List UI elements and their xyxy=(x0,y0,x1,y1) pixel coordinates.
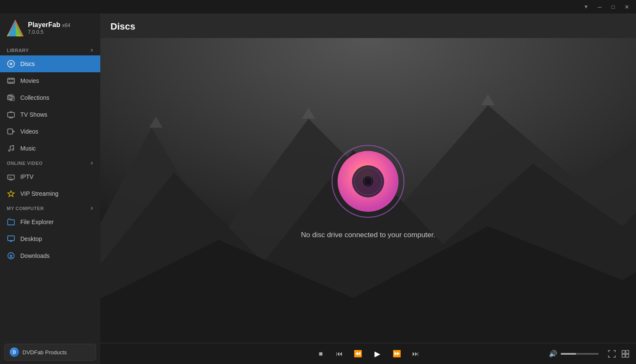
app-logo-area: PlayerFab x64 7.0.0.5 xyxy=(0,14,100,44)
page-header: Discs xyxy=(100,14,636,38)
window-controls: ▼ ─ □ ✕ xyxy=(584,3,633,11)
play-pause-button[interactable]: ▶ xyxy=(371,347,384,361)
sidebar-item-tv-shows[interactable]: TV Shows xyxy=(0,106,100,123)
svg-marker-31 xyxy=(8,191,14,197)
tv-shows-label: TV Shows xyxy=(20,111,47,118)
sidebar-item-collections[interactable]: Collections xyxy=(0,89,100,106)
app-name-version: PlayerFab x64 7.0.0.5 xyxy=(28,21,70,35)
stop-button[interactable]: ■ xyxy=(315,348,327,360)
iptv-label: IPTV xyxy=(20,173,33,180)
collections-icon xyxy=(7,93,15,102)
main-layout: PlayerFab x64 7.0.0.5 Library ∧ Discs xyxy=(0,14,636,364)
sidebar-item-music[interactable]: Music xyxy=(0,140,100,157)
svg-rect-19 xyxy=(8,112,14,117)
library-label: Library xyxy=(7,48,29,53)
desktop-label: Desktop xyxy=(20,235,42,242)
svg-rect-24 xyxy=(8,129,13,134)
sidebar-item-videos[interactable]: Videos xyxy=(0,123,100,140)
titlebar: ▼ ─ □ ✕ xyxy=(0,0,636,14)
sidebar: PlayerFab x64 7.0.0.5 Library ∧ Discs xyxy=(0,14,100,364)
svg-rect-55 xyxy=(622,354,625,357)
dvdfab-products-button[interactable]: D DVDFab Products xyxy=(4,344,96,361)
minimize-button[interactable]: ─ xyxy=(594,3,606,11)
downloads-icon xyxy=(7,252,15,260)
svg-point-51 xyxy=(391,188,393,190)
forward-button[interactable]: ⏩ xyxy=(391,348,403,360)
vip-streaming-label: VIP Streaming xyxy=(20,190,58,197)
online-video-label: ONLINE VIDEO xyxy=(7,161,43,166)
svg-marker-3 xyxy=(8,20,16,36)
svg-rect-32 xyxy=(8,236,14,241)
disc-icon xyxy=(7,60,15,68)
file-explorer-icon xyxy=(7,218,15,226)
music-label: Music xyxy=(20,145,36,152)
svg-point-6 xyxy=(11,63,11,64)
player-right-controls: 🔊 xyxy=(549,350,629,358)
collections-label: Collections xyxy=(20,94,49,101)
app-logo-icon xyxy=(7,19,24,36)
iptv-icon: TV xyxy=(7,172,15,181)
player-bar-inner: ■ ⏮ ⏪ ▶ ⏩ ⏭ 🔊 xyxy=(107,350,629,358)
file-explorer-label: File Explorer xyxy=(20,219,54,225)
svg-rect-54 xyxy=(626,350,629,353)
dvdfab-label: DVDFab Products xyxy=(22,349,67,356)
next-button[interactable]: ⏭ xyxy=(410,348,421,360)
volume-slider[interactable] xyxy=(561,353,599,355)
app-version: 7.0.0.5 xyxy=(28,29,70,35)
fullscreen-button[interactable] xyxy=(608,350,616,358)
sidebar-item-vip-streaming[interactable]: VIP Streaming xyxy=(0,185,100,202)
sidebar-item-file-explorer[interactable]: File Explorer xyxy=(0,213,100,230)
svg-text:TV: TV xyxy=(8,176,12,179)
my-computer-label: My Computer xyxy=(7,206,44,211)
player-bar: ■ ⏮ ⏪ ▶ ⏩ ⏭ 🔊 xyxy=(100,343,636,364)
disc-art-svg xyxy=(329,142,407,220)
app-name: PlayerFab x64 xyxy=(28,21,70,29)
online-video-chevron-icon: ∧ xyxy=(90,160,94,166)
online-video-section-header[interactable]: ONLINE VIDEO ∧ xyxy=(0,157,100,168)
svg-point-52 xyxy=(354,205,355,206)
sidebar-item-movies[interactable]: Movies xyxy=(0,72,100,89)
music-icon xyxy=(7,144,15,153)
sidebar-item-discs[interactable]: Discs xyxy=(0,55,100,72)
dvdfab-icon: D xyxy=(10,348,19,357)
tv-icon xyxy=(7,110,15,119)
svg-marker-25 xyxy=(13,131,14,132)
grid-view-button[interactable] xyxy=(622,350,629,358)
library-section-header[interactable]: Library ∧ xyxy=(0,44,100,55)
discs-label: Discs xyxy=(20,60,35,67)
signal-icon: ▼ xyxy=(584,4,589,10)
sidebar-item-iptv[interactable]: TV IPTV xyxy=(0,168,100,185)
svg-rect-56 xyxy=(626,354,629,357)
library-chevron-icon: ∧ xyxy=(90,47,94,53)
volume-button[interactable]: 🔊 xyxy=(549,350,557,358)
page-title: Discs xyxy=(110,21,135,32)
desktop-icon xyxy=(7,235,15,243)
volume-area: 🔊 xyxy=(549,350,599,358)
svg-point-50 xyxy=(345,172,347,175)
downloads-label: Downloads xyxy=(20,252,50,259)
sidebar-item-desktop[interactable]: Desktop xyxy=(0,230,100,247)
previous-button[interactable]: ⏮ xyxy=(333,348,345,360)
close-button[interactable]: ✕ xyxy=(621,3,633,11)
sidebar-item-downloads[interactable]: Downloads xyxy=(0,247,100,264)
rewind-button[interactable]: ⏪ xyxy=(352,348,364,360)
movies-label: Movies xyxy=(20,77,39,84)
vip-icon xyxy=(7,189,15,198)
no-disc-message: No disc drive connected to your computer… xyxy=(301,230,435,239)
my-computer-section-header[interactable]: My Computer ∧ xyxy=(0,202,100,213)
disc-empty-state: No disc drive connected to your computer… xyxy=(301,142,435,239)
restore-button[interactable]: □ xyxy=(607,3,619,11)
content-area: Discs xyxy=(100,14,636,364)
main-display-area: No disc drive connected to your computer… xyxy=(100,38,636,343)
videos-label: Videos xyxy=(20,128,39,135)
svg-rect-53 xyxy=(622,350,625,353)
my-computer-chevron-icon: ∧ xyxy=(90,205,94,211)
movies-icon xyxy=(7,77,15,85)
svg-point-48 xyxy=(363,176,373,186)
videos-icon xyxy=(7,127,15,136)
player-controls: ■ ⏮ ⏪ ▶ ⏩ ⏭ xyxy=(315,347,421,361)
